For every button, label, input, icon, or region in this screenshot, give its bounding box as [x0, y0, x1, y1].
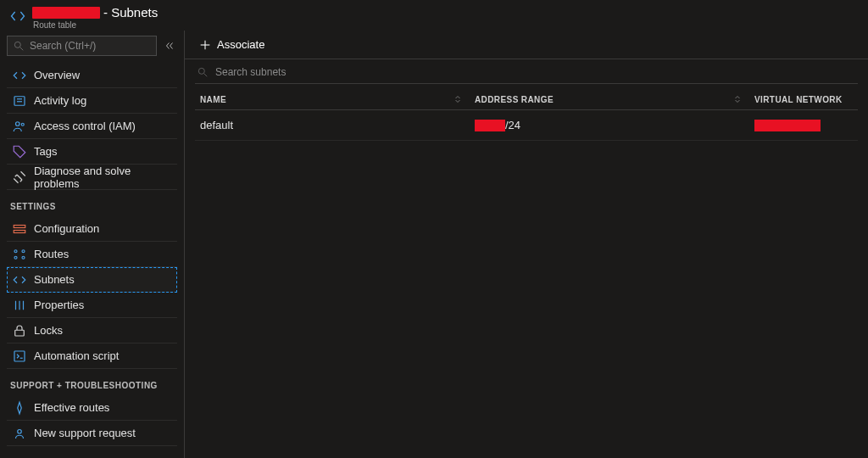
blade-header: - Subnets Route table	[0, 0, 868, 31]
overview-icon	[12, 68, 27, 83]
vnet-redacted	[754, 120, 821, 131]
svg-point-10	[22, 249, 25, 252]
section-heading-support: SUPPORT + TROUBLESHOOTING	[7, 369, 177, 395]
svg-rect-7	[14, 225, 25, 227]
svg-rect-8	[14, 230, 25, 232]
sidebar-item-automation-script[interactable]: Automation script	[7, 344, 177, 369]
configuration-icon	[12, 221, 27, 237]
cell-name: default	[195, 119, 475, 131]
chevron-double-left-icon	[164, 40, 175, 52]
column-header-virtual-network[interactable]: VIRTUAL NETWORK	[754, 94, 858, 104]
sidebar-item-properties[interactable]: Properties	[7, 293, 177, 318]
sidebar-item-label: Subnets	[34, 273, 75, 286]
cell-virtual-network	[754, 119, 858, 131]
sidebar-item-label: Locks	[34, 324, 63, 337]
sidebar-item-tags[interactable]: Tags	[7, 139, 177, 165]
column-header-address-range[interactable]: ADDRESS RANGE	[475, 94, 754, 104]
script-icon	[12, 349, 27, 364]
search-icon	[13, 40, 25, 52]
sidebar-search-placeholder: Search (Ctrl+/)	[30, 40, 96, 52]
collapse-sidebar-button[interactable]	[162, 38, 177, 53]
search-icon	[197, 66, 209, 78]
cell-address-range: /24	[475, 119, 754, 131]
sidebar-item-effective-routes[interactable]: Effective routes	[7, 395, 177, 421]
svg-point-0	[14, 42, 20, 47]
sidebar-item-label: Access control (IAM)	[34, 120, 136, 132]
sidebar-item-activity-log[interactable]: Activity log	[7, 88, 177, 114]
lock-icon	[12, 323, 27, 338]
sidebar-item-subnets[interactable]: Subnets	[7, 267, 177, 293]
effective-routes-icon	[12, 400, 27, 416]
main-panel: Associate Search subnets NAME ADDRESS RA…	[185, 31, 868, 458]
svg-rect-16	[15, 330, 25, 336]
sidebar-item-label: Properties	[34, 299, 84, 311]
subnets-grid: NAME ADDRESS RANGE VIRTUAL NETWORK defau…	[195, 87, 858, 141]
svg-point-9	[14, 249, 17, 252]
svg-point-20	[18, 429, 22, 433]
diagnose-icon	[12, 170, 27, 185]
sidebar-item-configuration[interactable]: Configuration	[7, 216, 177, 242]
iam-icon	[12, 119, 27, 134]
sidebar-item-new-support-request[interactable]: New support request	[7, 421, 177, 446]
sidebar-item-label: Diagnose and solve problems	[34, 165, 174, 190]
sidebar-item-label: Effective routes	[34, 401, 109, 414]
subnet-search-input[interactable]: Search subnets	[195, 66, 858, 84]
svg-point-23	[198, 68, 204, 74]
sidebar-item-label: Activity log	[34, 94, 86, 107]
sidebar-item-iam[interactable]: Access control (IAM)	[7, 114, 177, 139]
sidebar-item-locks[interactable]: Locks	[7, 318, 177, 344]
activity-log-icon	[12, 93, 27, 109]
properties-icon	[12, 298, 27, 313]
sidebar-item-label: New support request	[34, 427, 136, 439]
sidebar-item-label: Tags	[34, 145, 57, 158]
route-table-icon	[8, 7, 27, 25]
sidebar-item-label: Configuration	[34, 222, 99, 235]
plus-icon	[198, 38, 212, 52]
associate-button-label: Associate	[217, 38, 264, 51]
page-title: - Subnets	[103, 5, 158, 20]
associate-button[interactable]: Associate	[193, 35, 270, 55]
svg-line-1	[20, 47, 24, 51]
sidebar-item-routes[interactable]: Routes	[7, 242, 177, 267]
sidebar-item-label: Automation script	[34, 349, 119, 362]
svg-rect-2	[14, 96, 25, 105]
svg-point-11	[14, 256, 17, 259]
section-heading-settings: SETTINGS	[7, 190, 177, 216]
svg-point-5	[16, 121, 20, 126]
subnets-icon	[12, 272, 27, 288]
tags-icon	[12, 144, 27, 159]
toolbar: Associate	[185, 31, 868, 59]
svg-marker-19	[18, 402, 22, 414]
sidebar-search-input[interactable]: Search (Ctrl+/)	[7, 36, 157, 56]
grid-header: NAME ADDRESS RANGE VIRTUAL NETWORK	[195, 87, 858, 110]
sidebar-item-label: Overview	[34, 69, 80, 81]
routes-icon	[12, 247, 27, 262]
svg-point-12	[22, 256, 25, 259]
table-row[interactable]: default /24	[195, 110, 858, 141]
resource-name-redacted	[32, 7, 100, 19]
svg-line-24	[204, 74, 208, 77]
sidebar: Search (Ctrl+/) Overview Activity log A	[0, 31, 185, 458]
sidebar-item-label: Routes	[34, 248, 69, 260]
sort-icon	[732, 94, 743, 104]
subnet-search-placeholder: Search subnets	[215, 66, 286, 78]
resource-type-label: Route table	[33, 20, 158, 30]
address-prefix-redacted	[475, 120, 505, 131]
sort-icon	[453, 94, 463, 104]
column-header-name[interactable]: NAME	[195, 94, 475, 104]
support-icon	[12, 426, 27, 441]
sidebar-item-diagnose[interactable]: Diagnose and solve problems	[7, 165, 177, 190]
svg-point-6	[21, 123, 24, 126]
sidebar-item-overview[interactable]: Overview	[7, 63, 177, 88]
